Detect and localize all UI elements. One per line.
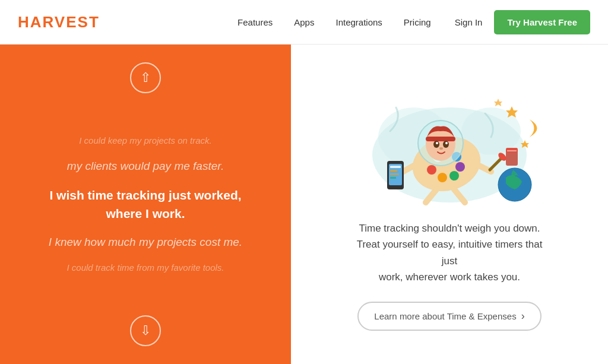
testimonial-item-4: I knew how much my projects cost me.	[49, 234, 242, 251]
main-content: ⇧ I could keep my projects on track. my …	[0, 45, 608, 364]
svg-rect-29	[390, 166, 401, 168]
svg-point-24	[445, 142, 448, 144]
try-harvest-button[interactable]: Try Harvest Free	[494, 10, 590, 34]
learn-more-button[interactable]: Learn more about Time & Expenses ›	[357, 302, 541, 331]
svg-point-21	[433, 141, 439, 148]
svg-point-13	[427, 165, 436, 175]
nav-pricing[interactable]: Pricing	[404, 17, 431, 27]
svg-point-22	[443, 141, 449, 148]
svg-point-14	[438, 173, 447, 182]
testimonial-item-active: I wish time tracking just worked, where …	[36, 186, 255, 223]
hero-description: Time tracking shouldn't weigh you down. …	[349, 220, 550, 285]
testimonial-item-2: my clients would pay me faster.	[67, 158, 224, 175]
nav-integrations[interactable]: Integrations	[335, 17, 382, 27]
right-panel: Time tracking shouldn't weigh you down. …	[291, 45, 608, 364]
testimonial-item-1: I could keep my projects on track.	[79, 134, 211, 148]
svg-marker-5	[494, 99, 502, 106]
down-arrow-icon: ⇩	[140, 323, 151, 338]
chevron-right-icon: ›	[521, 310, 525, 322]
nav-features[interactable]: Features	[238, 17, 273, 27]
testimonials-list: I could keep my projects on track. my cl…	[12, 93, 279, 315]
next-testimonial-button[interactable]: ⇩	[130, 315, 161, 346]
up-arrow-icon: ⇧	[140, 70, 151, 86]
svg-point-25	[439, 147, 443, 150]
prev-testimonial-button[interactable]: ⇧	[130, 62, 161, 93]
learn-more-label: Learn more about Time & Expenses	[374, 311, 516, 321]
svg-rect-8	[507, 150, 517, 151]
hero-illustration	[354, 78, 544, 208]
svg-point-15	[449, 171, 459, 181]
svg-point-16	[455, 162, 465, 172]
svg-rect-32	[390, 177, 396, 179]
signin-link[interactable]: Sign In	[455, 17, 483, 27]
svg-point-23	[436, 142, 438, 144]
left-panel: ⇧ I could keep my projects on track. my …	[0, 45, 291, 364]
testimonial-item-5: I could track time from my favorite tool…	[66, 261, 224, 275]
svg-rect-30	[390, 170, 397, 172]
logo[interactable]: HARVEST	[18, 13, 100, 31]
navbar: HARVEST Features Apps Integrations Prici…	[0, 0, 608, 45]
svg-rect-31	[390, 173, 399, 175]
svg-rect-20	[426, 137, 455, 141]
nav-links: Features Apps Integrations Pricing	[238, 17, 431, 27]
nav-apps[interactable]: Apps	[294, 17, 314, 27]
